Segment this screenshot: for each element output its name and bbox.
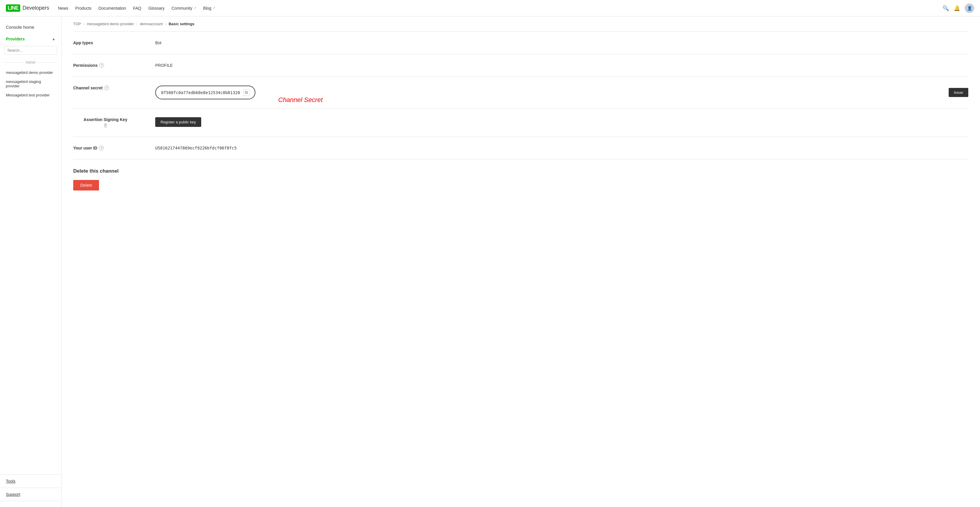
- sidebar-search-input[interactable]: [4, 46, 57, 54]
- nav-documentation[interactable]: Documentation: [99, 6, 126, 11]
- app-types-label: App types: [73, 40, 138, 45]
- channel-secret-content: 8f508fc0a77edb68e8e12534c8b81320 ⧉ Chann…: [155, 86, 968, 99]
- channel-secret-annotation: Channel Secret: [278, 96, 323, 104]
- main-content: TOP › messagebird demo provider › demoac…: [62, 16, 980, 507]
- delete-section: Delete this channel Delete: [73, 159, 968, 199]
- nav-products[interactable]: Products: [75, 6, 91, 11]
- logo-link[interactable]: LINE Developers: [6, 5, 49, 12]
- nav-news[interactable]: News: [58, 6, 68, 11]
- user-id-help-icon[interactable]: ?: [99, 146, 104, 150]
- breadcrumb: TOP › messagebird demo provider › demoac…: [73, 16, 968, 32]
- channel-secret-value: 8f508fc0a77edb68e8e12534c8b81320: [161, 90, 240, 95]
- permissions-label: Permissions ?: [73, 63, 138, 68]
- app-types-value: Bot: [155, 40, 968, 45]
- support-link[interactable]: Support: [0, 488, 61, 501]
- channel-secret-help-icon[interactable]: ?: [104, 86, 109, 90]
- providers-label: Providers: [6, 37, 25, 41]
- channel-secret-label: Channel secret ?: [73, 86, 138, 90]
- logo-line: LINE: [6, 5, 20, 12]
- user-id-section: Your user ID ? U5816217447869ecf9226bfdc…: [73, 137, 968, 159]
- permissions-value: PROFILE: [155, 63, 968, 68]
- delete-title: Delete this channel: [73, 168, 968, 174]
- search-button[interactable]: 🔍: [942, 5, 949, 11]
- providers-section-header[interactable]: Providers ▲: [0, 34, 61, 44]
- nav-blog[interactable]: Blog ↗: [203, 6, 215, 11]
- assertion-content: Register a public key: [155, 117, 968, 127]
- admin-divider: Admin: [0, 57, 61, 68]
- header-actions: 🔍 🔔 👤: [942, 3, 974, 13]
- breadcrumb-provider[interactable]: messagebird demo provider: [87, 22, 134, 26]
- page-layout: Console home Providers ▲ Admin messagebi…: [0, 16, 980, 507]
- permissions-help-icon[interactable]: ?: [99, 63, 104, 68]
- sidebar-item-messagebird-demo[interactable]: messagebird demo provider: [0, 68, 61, 77]
- logo-developers: Developers: [22, 5, 49, 11]
- delete-button[interactable]: Delete: [73, 180, 99, 190]
- nav-community[interactable]: Community ↗: [172, 6, 196, 11]
- user-id-value: U5816217447869ecf9226bfdcf06f8fc5: [155, 146, 968, 150]
- app-types-section: App types Bot: [73, 32, 968, 54]
- channel-secret-oval: 8f508fc0a77edb68e8e12534c8b81320 ⧉: [155, 86, 255, 99]
- avatar[interactable]: 👤: [965, 3, 974, 13]
- nav-glossary[interactable]: Glossary: [148, 6, 165, 11]
- sidebar-item-messagebird-test[interactable]: Messagebird test provider: [0, 91, 61, 100]
- issue-button[interactable]: Issue: [949, 88, 968, 97]
- assertion-label: Assertion Signing Key ?: [73, 117, 138, 128]
- breadcrumb-current: Basic settings: [169, 22, 194, 26]
- copy-channel-secret-button[interactable]: ⧉: [243, 89, 250, 96]
- breadcrumb-separator-1: ›: [83, 22, 84, 26]
- breadcrumb-separator-2: ›: [137, 22, 138, 26]
- permissions-section: Permissions ? PROFILE: [73, 54, 968, 77]
- console-home-link[interactable]: Console home: [0, 22, 61, 34]
- user-id-label: Your user ID ?: [73, 146, 138, 150]
- main-nav: News Products Documentation FAQ Glossary…: [58, 6, 942, 11]
- breadcrumb-separator-3: ›: [165, 22, 166, 26]
- channel-secret-section: Channel secret ? 8f508fc0a77edb68e8e1253…: [73, 77, 968, 108]
- external-link-icon: ↗: [194, 6, 196, 10]
- nav-faq[interactable]: FAQ: [133, 6, 142, 11]
- sidebar-bottom: Tools Support: [0, 475, 61, 501]
- breadcrumb-top[interactable]: TOP: [73, 22, 81, 26]
- notifications-button[interactable]: 🔔: [954, 5, 960, 11]
- tools-link[interactable]: Tools: [0, 475, 61, 488]
- breadcrumb-account[interactable]: demoaccount: [140, 22, 163, 26]
- header: LINE Developers News Products Documentat…: [0, 0, 980, 16]
- register-public-key-button[interactable]: Register a public key: [155, 117, 201, 127]
- assertion-section: Assertion Signing Key ? Register a publi…: [73, 108, 968, 137]
- chevron-up-icon: ▲: [52, 37, 56, 41]
- sidebar: Console home Providers ▲ Admin messagebi…: [0, 16, 62, 507]
- sidebar-item-messagebird-staging[interactable]: messagebird staging provider: [0, 77, 61, 91]
- assertion-help-icon[interactable]: ?: [104, 123, 107, 128]
- external-link-icon: ↗: [213, 6, 215, 10]
